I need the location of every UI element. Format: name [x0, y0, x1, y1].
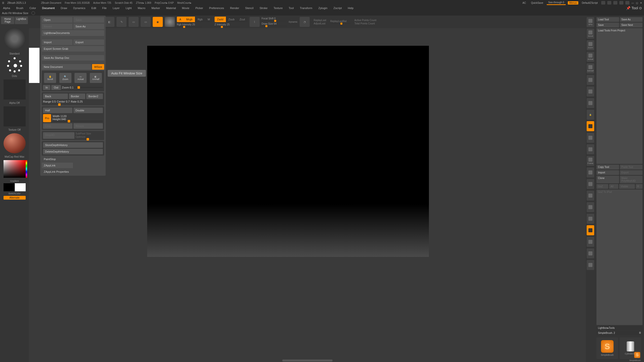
reload-icon[interactable]	[31, 11, 35, 15]
secondary-color-swatch[interactable]	[4, 183, 14, 191]
vt-button-active[interactable]	[587, 225, 594, 235]
export-screengrab-button[interactable]: Export Screen Grab	[42, 46, 104, 52]
vt-button[interactable]	[587, 191, 594, 201]
center-value[interactable]: Center 0.7	[57, 100, 70, 103]
rate-value[interactable]: Rate 0.25	[71, 100, 83, 103]
store-depth-button[interactable]: StoreDepthHistory	[43, 142, 103, 148]
vt-button[interactable]	[587, 202, 594, 212]
menu-macro[interactable]: Macro	[137, 6, 146, 10]
pro-button[interactable]: Pro	[43, 114, 51, 122]
menu-document[interactable]: Document	[41, 6, 56, 10]
menu-color[interactable]: Color	[28, 6, 37, 10]
minimize-icon[interactable]: —	[631, 2, 634, 4]
menu-edit[interactable]: Edit	[90, 6, 97, 10]
replay-last-rel[interactable]: ReplayLastRel	[330, 20, 350, 23]
scroll-button[interactable]: Scroll	[587, 29, 594, 39]
paintstop-label[interactable]: PaintStop	[42, 157, 104, 162]
mrgb-toggle[interactable]: Mrgb	[184, 17, 195, 22]
adjust-last[interactable]: AdjustLast	[314, 22, 326, 25]
menu-alpha[interactable]: Alpha	[2, 6, 11, 10]
double-button[interactable]: Double	[73, 108, 103, 113]
zoom-button[interactable]: Zoom	[587, 40, 594, 50]
color-picker[interactable]	[4, 160, 26, 178]
curve-icon[interactable]: ⌇	[250, 17, 260, 27]
vt-button[interactable]	[587, 237, 594, 247]
bottom-scrollbar[interactable]	[282, 359, 333, 361]
seethrough-slider[interactable]: See-through 0	[547, 1, 566, 5]
menu-zplugin[interactable]: Zplugin	[317, 6, 328, 10]
menu-picker[interactable]: Picker	[194, 6, 204, 10]
rgb-intensity-slider[interactable]	[177, 26, 202, 27]
z-intensity-slider[interactable]	[215, 26, 240, 27]
aahalf-icon-button[interactable]: ◧AAHalf	[90, 73, 102, 83]
width-value[interactable]: Width 1120	[53, 115, 67, 118]
wsize-button[interactable]: WSize	[92, 64, 104, 70]
pin-icon[interactable]: 📌	[626, 6, 630, 10]
goz-button[interactable]: GoZ	[596, 184, 608, 189]
vt-button[interactable]	[587, 75, 594, 85]
edit-button[interactable]: ▭	[129, 17, 139, 27]
close-icon[interactable]: ✕	[640, 2, 642, 4]
m-toggle[interactable]: M	[205, 17, 213, 22]
imm-icon[interactable]: ◔	[300, 17, 310, 27]
window-icon[interactable]	[607, 1, 611, 5]
menu-help[interactable]: Help	[347, 6, 355, 10]
rgb-toggle[interactable]: Rgb	[195, 17, 205, 22]
alpha-preview[interactable]	[4, 79, 26, 100]
vt-button[interactable]	[587, 167, 594, 177]
goz-ipad-button[interactable]: GoZ To iPad	[596, 190, 642, 325]
save-startup-button[interactable]: Save As Startup Doc	[42, 55, 104, 61]
window-icon[interactable]	[625, 1, 629, 5]
primary-color-swatch[interactable]	[15, 183, 26, 191]
revert-button[interactable]: Revert	[42, 24, 72, 29]
vt-button[interactable]	[587, 144, 594, 154]
all-button[interactable]: All	[609, 184, 618, 189]
sketch-button[interactable]: ✎	[116, 17, 127, 27]
clone-button[interactable]: Clone	[596, 176, 619, 183]
maximize-icon[interactable]: ◻	[636, 2, 638, 4]
menu-stencil[interactable]: Stencil	[244, 6, 255, 10]
menu-light[interactable]: Light	[125, 6, 133, 10]
a-toggle[interactable]: A	[177, 17, 184, 22]
window-icon[interactable]	[601, 1, 605, 5]
menu-file[interactable]: File	[101, 6, 108, 10]
tool-simplebrush[interactable]: S SimpleBrush	[596, 337, 618, 359]
window-icon[interactable]	[613, 1, 617, 5]
zsub-toggle[interactable]: Zsub	[226, 17, 237, 22]
vt-button[interactable]	[587, 214, 594, 224]
menu-preferences[interactable]: Preferences	[208, 6, 225, 10]
paste-tool-button[interactable]: Paste Tool	[620, 165, 642, 169]
export-button[interactable]: Export	[620, 170, 642, 175]
back-button[interactable]: Back	[43, 94, 68, 99]
draw-size-slider[interactable]	[262, 26, 287, 27]
stroke-preview[interactable]	[4, 56, 26, 74]
zcut-toggle[interactable]: Zcut	[237, 17, 247, 22]
dynamic-label[interactable]: Dynamic	[289, 21, 298, 23]
scroll-icon-button[interactable]: ✋Scroll	[44, 73, 56, 83]
lock-icon[interactable]: 🔒	[587, 110, 594, 120]
menu-material[interactable]: Material	[165, 6, 177, 10]
menu-stroke[interactable]: Stroke	[259, 6, 269, 10]
zapplink-button[interactable]: ZAppLink	[42, 163, 73, 168]
export-button[interactable]: Export	[73, 39, 104, 45]
menu-icon[interactable]: ☰	[2, 2, 4, 4]
focal-shift-slider[interactable]	[262, 20, 287, 21]
menu-layer[interactable]: Layer	[112, 6, 121, 10]
gizmo-button[interactable]	[165, 17, 175, 27]
window-icon[interactable]	[619, 1, 623, 5]
zoom-out-button[interactable]: Out	[51, 85, 61, 90]
half-button[interactable]: Half	[43, 108, 72, 113]
vt-button[interactable]	[587, 260, 594, 270]
resize-button[interactable]: Resize	[73, 123, 103, 129]
material-preview[interactable]	[4, 133, 26, 153]
simplebrush-header[interactable]: SimpleBrush. 2R	[596, 331, 642, 335]
load-from-project-button[interactable]: Load Tools From Project	[596, 28, 642, 164]
r-button[interactable]: R	[636, 184, 642, 189]
menu-brush[interactable]: Brush	[15, 6, 24, 10]
import-button[interactable]: Import	[42, 39, 72, 45]
vt-button[interactable]	[587, 98, 594, 108]
menu-tool[interactable]: Tool	[288, 6, 295, 10]
hue-strip[interactable]	[26, 160, 27, 178]
tab-homepage[interactable]: Home Page	[1, 17, 14, 24]
projection-button[interactable]: ◧	[104, 17, 114, 27]
